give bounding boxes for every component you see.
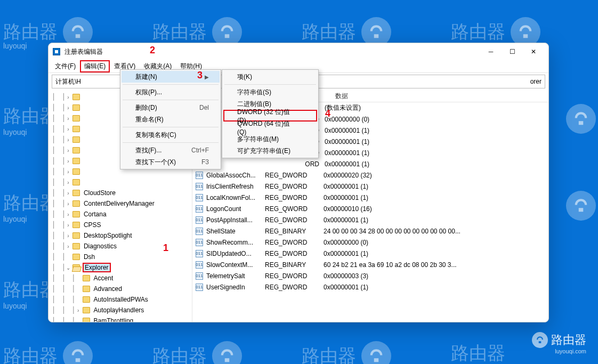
value-name: SIDUpdatedO... xyxy=(205,250,264,257)
tree-row[interactable]: │ │› xyxy=(49,177,192,188)
value-type: REG_DWORD xyxy=(264,216,322,224)
menu-file[interactable]: 文件(F) xyxy=(51,60,80,72)
menu-copy-key-name[interactable]: 复制项名称(C) xyxy=(122,129,220,141)
menu-new[interactable]: 新建(N)▶ xyxy=(122,71,220,83)
tree-label[interactable]: Advanced xyxy=(93,285,123,293)
edit-menu-dropdown: 新建(N)▶ 权限(P)... 删除(D)Del 重命名(R) 复制项名称(C)… xyxy=(120,69,221,169)
folder-icon xyxy=(83,318,90,322)
tree-label[interactable]: Cortana xyxy=(83,211,108,218)
tree-toggle-icon[interactable]: › xyxy=(65,222,71,228)
value-data: 0x00000001 (1) xyxy=(322,216,548,224)
tree-toggle-icon[interactable]: › xyxy=(65,212,71,217)
list-row[interactable]: 011IrisClientRefreshREG_DWORD0x00000001 … xyxy=(192,181,548,192)
list-row[interactable]: 011UserSignedInREG_DWORD0x00000001 (1) xyxy=(192,281,548,293)
tree-label[interactable]: Accent xyxy=(93,274,115,282)
reg-value-icon: 011 xyxy=(196,172,203,179)
watermark-sub: luyouqi xyxy=(3,42,27,50)
tree-toggle-icon[interactable]: ⌄ xyxy=(65,265,71,271)
tree-row[interactable]: │ │›Diagnostics xyxy=(49,241,192,252)
titlebar[interactable]: 注册表编辑器 ─ ☐ ✕ xyxy=(49,43,548,60)
value-name: ShellState xyxy=(205,228,264,235)
value-data: 0x00000001 (1) xyxy=(322,284,548,291)
folder-icon xyxy=(83,307,90,313)
tree-toggle-icon[interactable]: › xyxy=(65,244,71,249)
value-data: 60 24 b2 21 ea 3a 69 10 a2 dc 08 00 2b 3… xyxy=(322,261,548,269)
menu-delete[interactable]: 删除(D)Del xyxy=(122,102,220,114)
value-type: REG_BINARY xyxy=(264,228,322,235)
new-multi-string[interactable]: 多字符串值(M) xyxy=(223,133,317,145)
list-row[interactable]: 011GlobalAssocCh...REG_DWORD0x00000020 (… xyxy=(192,169,548,181)
value-data: 24 00 00 00 34 28 00 00 00 00 00 00 00 0… xyxy=(322,228,548,235)
tree-row[interactable]: │ │⌄Explorer xyxy=(49,262,192,273)
tree-row[interactable]: │ │›DesktopSpotlight xyxy=(49,230,192,241)
list-row[interactable]: 011SIDUpdatedO...REG_DWORD0x00000001 (1) xyxy=(192,248,548,259)
tree-row[interactable]: │ │ Dsh xyxy=(49,252,192,262)
tree-row[interactable]: │ │›ContentDeliveryManager xyxy=(49,198,192,209)
folder-icon xyxy=(72,200,80,207)
tree-row[interactable]: │ │ │ Advanced xyxy=(49,284,192,294)
tree-toggle-icon[interactable]: › xyxy=(65,190,71,196)
menu-rename[interactable]: 重命名(R) xyxy=(122,114,220,125)
tree-row[interactable]: │ │ │›AutoplayHandlers xyxy=(49,305,192,316)
maximize-button[interactable]: ☐ xyxy=(502,44,523,59)
value-data: (数值未设置) xyxy=(324,103,548,112)
value-data: 0x00000000 (0) xyxy=(324,116,548,123)
list-row[interactable]: 011ShowRecomm...REG_DWORD0x00000000 (0) xyxy=(192,237,548,248)
col-data[interactable]: 数据 xyxy=(331,92,548,101)
menu-permissions[interactable]: 权限(P)... xyxy=(122,86,220,98)
tree-label[interactable]: BamThrottling xyxy=(93,317,135,322)
minimize-button[interactable]: ─ xyxy=(480,44,502,59)
menu-find-next[interactable]: 查找下一个(X)F3 xyxy=(122,156,220,168)
tree-row[interactable]: │ │ │ BamThrottling xyxy=(49,316,192,322)
reg-value-icon: 011 xyxy=(196,239,203,246)
folder-icon xyxy=(72,254,80,260)
list-row[interactable]: 011PostAppInstall...REG_DWORD0x00000001 … xyxy=(192,214,548,225)
folder-icon xyxy=(83,286,90,292)
tree-label[interactable]: CPSS xyxy=(83,221,102,229)
tree-label[interactable]: Diagnostics xyxy=(83,242,118,250)
close-button[interactable]: ✕ xyxy=(523,44,544,59)
list-row[interactable]: 011SlowContextM...REG_BINARY60 24 b2 21 … xyxy=(192,259,548,270)
tree-toggle-icon[interactable]: › xyxy=(65,201,71,207)
reg-value-icon: 011 xyxy=(196,272,203,280)
value-type: REG_DWORD xyxy=(264,194,322,201)
address-text: 计算机\H xyxy=(55,77,81,86)
window-title: 注册表编辑器 xyxy=(64,47,103,56)
tree-label[interactable]: Explorer xyxy=(83,263,111,272)
list-row[interactable]: 011LogonCountREG_QWORD0x00000010 (16) xyxy=(192,203,548,214)
list-row[interactable]: 011LocalKnownFol...REG_DWORD0x00000001 (… xyxy=(192,192,548,203)
tree-toggle-icon[interactable]: › xyxy=(65,233,71,239)
list-row[interactable]: 011TelemetrySaltREG_DWORD0x00000003 (3) xyxy=(192,270,548,281)
tree-toggle-icon[interactable]: › xyxy=(75,308,82,313)
new-expand-string[interactable]: 可扩充字符串值(E) xyxy=(223,145,317,157)
list-row[interactable]: ORD0x00000001 (1) xyxy=(192,158,548,169)
tree-row[interactable]: │ │›CPSS xyxy=(49,220,192,230)
reg-value-icon: 011 xyxy=(196,228,203,235)
new-key[interactable]: 项(K) xyxy=(223,71,317,83)
tree-row[interactable]: │ │ │ AutoInstalledPWAs xyxy=(49,294,192,305)
tree-label[interactable]: ContentDeliveryManager xyxy=(83,200,156,207)
tree-row[interactable]: │ │ │ Accent xyxy=(49,273,192,284)
tree-row[interactable]: │ │›CloudStore xyxy=(49,188,192,198)
tree-row[interactable]: │ │›Cortana xyxy=(49,209,192,220)
reg-value-icon: 011 xyxy=(196,284,203,291)
tree-label[interactable]: AutoInstalledPWAs xyxy=(93,296,149,303)
new-string[interactable]: 字符串值(S) xyxy=(223,86,317,98)
value-data: 0x00000001 (1) xyxy=(322,250,548,257)
callout-2: 2 xyxy=(150,45,155,56)
tree-label[interactable]: AutoplayHandlers xyxy=(93,306,146,314)
folder-icon xyxy=(72,232,80,239)
new-submenu: 项(K) 字符串值(S) 二进制值(B) DWORD (32 位)值(D) QW… xyxy=(222,69,319,158)
reg-value-icon: 011 xyxy=(196,261,203,269)
tree-label[interactable]: CloudStore xyxy=(83,189,117,197)
watermark xyxy=(566,191,596,221)
tree-label[interactable]: Dsh xyxy=(83,253,96,261)
menu-find[interactable]: 查找(F)...Ctrl+F xyxy=(122,144,220,156)
tree-label[interactable]: DesktopSpotlight xyxy=(83,232,133,239)
menu-edit[interactable]: 编辑(E) xyxy=(80,60,110,72)
list-row[interactable]: 011ShellStateREG_BINARY24 00 00 00 34 28… xyxy=(192,225,548,237)
folder-icon xyxy=(72,190,80,196)
new-qword[interactable]: QWORD (64 位)值(Q) xyxy=(223,122,317,133)
value-name: LogonCount xyxy=(205,205,264,213)
value-data: 0x00000001 (1) xyxy=(322,183,548,190)
